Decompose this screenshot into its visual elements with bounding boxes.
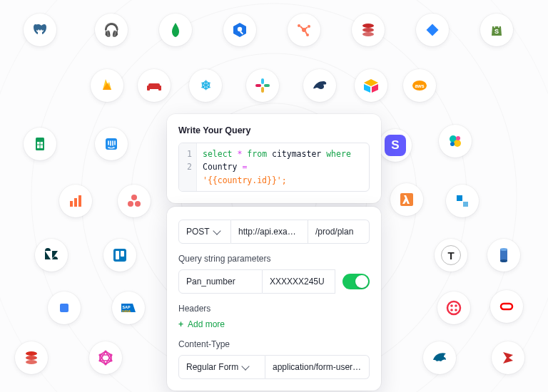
aws-integration-icon: aws — [403, 69, 436, 102]
svg-point-5 — [308, 25, 310, 28]
aws-lambda-integration-icon — [390, 183, 423, 216]
framer-integration-icon — [48, 292, 81, 324]
svg-point-52 — [455, 309, 457, 311]
path-input[interactable]: /prod/plan — [308, 220, 370, 244]
svg-rect-10 — [427, 24, 439, 36]
svg-point-62 — [98, 359, 101, 361]
svg-rect-45 — [60, 304, 68, 312]
mysql-integration-icon — [423, 341, 456, 374]
query-card-title: Write Your Query — [178, 125, 370, 135]
query-card: Write Your Query 12 select * from cityma… — [167, 114, 381, 203]
svg-point-4 — [298, 24, 300, 27]
content-type-value-input[interactable]: application/form-user-data — [265, 355, 370, 379]
dynamodb-integration-icon — [487, 239, 520, 272]
svg-rect-15 — [261, 78, 264, 84]
firebase-integration-icon — [91, 69, 123, 102]
svg-point-55 — [26, 356, 37, 360]
google-sheets-integration-icon — [24, 128, 56, 160]
svg-point-54 — [26, 351, 37, 356]
airtable-integration-icon — [355, 69, 387, 102]
bigquery-integration-icon — [223, 14, 256, 46]
svg-point-36 — [135, 201, 141, 207]
sql-editor[interactable]: 12 select * from citymaster where Countr… — [178, 143, 370, 192]
line-gutter: 12 — [179, 143, 197, 191]
slack-integration-icon — [246, 69, 279, 102]
svg-rect-53 — [501, 304, 512, 309]
oracle-integration-icon — [490, 290, 523, 323]
hubspot-integration-icon — [288, 14, 320, 46]
svg-point-48 — [447, 301, 460, 314]
svg-rect-41 — [116, 251, 119, 259]
stripe-integration-icon: S — [379, 129, 412, 162]
svg-rect-16 — [264, 84, 270, 87]
svg-rect-18 — [255, 84, 261, 87]
svg-rect-40 — [113, 249, 126, 262]
freshdesk-integration-icon: 🎧 — [95, 14, 128, 46]
typeform-integration-icon: T — [435, 239, 467, 272]
svg-rect-39 — [463, 202, 468, 207]
svg-rect-42 — [121, 251, 124, 257]
qs-key-input[interactable]: Pan_number — [178, 269, 263, 294]
intercom-integration-icon — [95, 128, 128, 160]
snowflake-integration-icon: ❄ — [189, 69, 222, 102]
databricks-integration-icon — [59, 185, 92, 217]
svg-point-56 — [26, 360, 37, 364]
api-card: POST http://api.exampl… /prod/plan Query… — [167, 207, 381, 391]
http-method-select[interactable]: POST — [178, 220, 231, 244]
zendesk-integration-icon — [35, 239, 68, 272]
content-type-label: Content-Type — [178, 339, 370, 349]
svg-rect-32 — [74, 198, 77, 207]
svg-point-35 — [128, 201, 133, 207]
sap-hana-integration-icon: SAPHANA — [112, 292, 145, 324]
qs-enabled-toggle[interactable] — [342, 274, 370, 289]
svg-point-51 — [450, 309, 453, 311]
azure-integration-icon — [446, 185, 479, 217]
svg-text:aws: aws — [415, 83, 424, 88]
sql-code[interactable]: select * from citymaster where Country =… — [197, 143, 369, 191]
svg-point-44 — [500, 259, 507, 262]
qs-value-input[interactable]: XXXXXX245U — [263, 269, 335, 294]
svg-point-34 — [131, 195, 137, 200]
asana-integration-icon — [118, 185, 151, 217]
svg-point-30 — [450, 142, 455, 146]
query-string-label: Query string parameters — [178, 254, 370, 264]
svg-rect-33 — [78, 195, 81, 207]
twilio-integration-icon — [437, 292, 470, 324]
content-type-select[interactable]: Regular Form — [178, 355, 265, 379]
svg-point-50 — [455, 304, 457, 307]
shopify-integration-icon: S — [480, 14, 513, 46]
redis-integration-icon — [15, 341, 48, 374]
svg-point-60 — [110, 359, 112, 361]
svg-point-43 — [500, 248, 507, 251]
trello-integration-icon — [103, 239, 136, 272]
svg-point-59 — [110, 354, 112, 356]
mariadb-integration-icon — [303, 69, 336, 102]
svg-point-61 — [104, 363, 106, 365]
base-url-input[interactable]: http://api.exampl… — [231, 220, 308, 244]
svg-point-1 — [238, 27, 242, 31]
svg-point-9 — [362, 32, 374, 36]
svg-text:HANA: HANA — [122, 309, 131, 313]
svg-point-29 — [456, 136, 460, 140]
couchdb-integration-icon — [138, 69, 171, 102]
mongodb-integration-icon — [159, 14, 192, 46]
svg-point-7 — [362, 24, 374, 28]
graphql-integration-icon — [89, 341, 122, 374]
couchbase-integration-icon — [352, 14, 385, 46]
jira-integration-icon — [416, 14, 449, 46]
svg-rect-14 — [158, 86, 161, 91]
headers-label: Headers — [178, 304, 370, 314]
svg-rect-12 — [148, 83, 160, 89]
svg-rect-38 — [457, 195, 462, 201]
chevron-down-icon — [242, 362, 250, 370]
svg-text:S: S — [494, 28, 499, 35]
elastic-integration-icon — [439, 125, 472, 158]
svg-point-8 — [362, 28, 374, 32]
mssql-integration-icon — [492, 341, 524, 374]
svg-rect-17 — [261, 87, 264, 93]
svg-point-63 — [98, 354, 101, 356]
add-header-button[interactable]: + Add more — [178, 319, 370, 329]
svg-point-58 — [104, 350, 106, 352]
svg-rect-31 — [70, 201, 73, 207]
svg-point-49 — [450, 304, 453, 307]
